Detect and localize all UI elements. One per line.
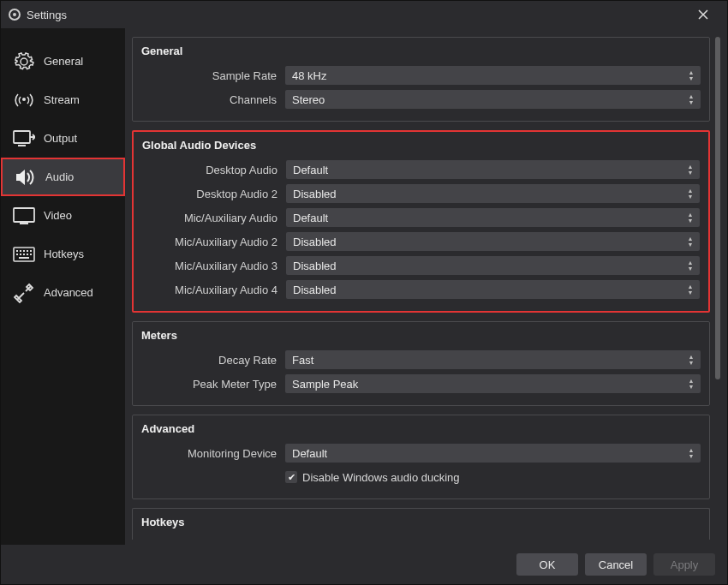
chevron-updown-icon: ▲▼	[684, 164, 696, 176]
sidebar-item-label: Output	[44, 132, 77, 145]
sidebar-item-general[interactable]: General	[1, 42, 125, 81]
output-icon	[13, 128, 35, 150]
cancel-button[interactable]: Cancel	[585, 553, 647, 576]
svg-rect-12	[30, 250, 32, 252]
label-channels: Channels	[141, 93, 285, 106]
svg-point-1	[13, 13, 16, 16]
svg-rect-17	[30, 254, 32, 255]
svg-rect-5	[14, 208, 34, 222]
sidebar-item-stream[interactable]: Stream	[1, 81, 125, 119]
label-mic-aux-4: Mic/Auxiliary Audio 4	[142, 284, 286, 296]
scrollbar-thumb[interactable]	[715, 37, 720, 379]
section-general: General Sample Rate 48 kHz ▲▼ Channels	[132, 37, 710, 122]
sidebar-item-output[interactable]: Output	[1, 119, 125, 158]
label-mic-aux-3: Mic/Auxiliary Audio 3	[142, 260, 286, 272]
svg-rect-18	[19, 257, 29, 259]
svg-rect-11	[27, 250, 28, 252]
scrollbar[interactable]	[715, 37, 720, 540]
sidebar-item-label: Video	[44, 209, 72, 222]
section-title: Global Audio Devices	[142, 139, 700, 152]
apply-button[interactable]: Apply	[653, 553, 715, 576]
sidebar-item-hotkeys[interactable]: Hotkeys	[1, 235, 125, 273]
svg-rect-9	[20, 250, 21, 252]
sidebar-item-label: Audio	[45, 170, 74, 183]
section-meters: Meters Decay Rate Fast▲▼ Peak Meter Type…	[132, 321, 710, 406]
sidebar-item-label: General	[44, 55, 83, 68]
svg-rect-6	[20, 223, 28, 224]
combo-desktop-audio-2[interactable]: Disabled▲▼	[286, 184, 700, 203]
label-desktop-audio: Desktop Audio	[142, 164, 286, 176]
section-title: Advanced	[141, 422, 701, 435]
section-hotkeys: Hotkeys Browser Enable Push-to-mute	[132, 508, 710, 540]
label-desktop-audio-2: Desktop Audio 2	[142, 188, 286, 200]
label-disable-ducking: Disable Windows audio ducking	[302, 471, 460, 484]
app-icon	[8, 8, 21, 21]
combo-sample-rate[interactable]: 48 kHz ▲▼	[285, 66, 701, 85]
svg-rect-10	[23, 250, 25, 252]
combo-channels[interactable]: Stereo ▲▼	[285, 90, 701, 109]
combo-decay-rate[interactable]: Fast▲▼	[285, 350, 701, 369]
sidebar-item-label: Advanced	[44, 286, 93, 299]
titlebar: Settings	[1, 1, 727, 28]
svg-rect-3	[14, 131, 30, 143]
label-decay-rate: Decay Rate	[141, 354, 285, 367]
sidebar-item-audio[interactable]: Audio	[1, 158, 125, 196]
chevron-updown-icon: ▲▼	[685, 378, 697, 390]
combo-peak-meter-type[interactable]: Sample Peak▲▼	[285, 374, 701, 393]
video-icon	[13, 205, 35, 227]
chevron-updown-icon: ▲▼	[685, 354, 697, 366]
label-mic-aux: Mic/Auxiliary Audio	[142, 212, 286, 224]
label-mic-aux-2: Mic/Auxiliary Audio 2	[142, 236, 286, 248]
combo-mic-aux-3[interactable]: Disabled▲▼	[286, 256, 700, 275]
combo-mic-aux[interactable]: Default▲▼	[286, 208, 700, 227]
sidebar-item-label: Stream	[44, 93, 80, 106]
settings-window: Settings General Stream	[0, 0, 728, 585]
window-title: Settings	[27, 9, 67, 21]
svg-rect-16	[27, 254, 28, 255]
main-panel: General Sample Rate 48 kHz ▲▼ Channels	[125, 28, 727, 545]
combo-desktop-audio[interactable]: Default▲▼	[286, 160, 700, 179]
ok-button[interactable]: OK	[516, 553, 578, 576]
sidebar-item-video[interactable]: Video	[1, 196, 125, 235]
label-sample-rate: Sample Rate	[141, 69, 285, 82]
svg-rect-15	[23, 254, 25, 255]
svg-rect-14	[20, 254, 21, 255]
svg-rect-4	[18, 145, 26, 146]
svg-rect-13	[16, 254, 18, 255]
sidebar-item-label: Hotkeys	[44, 248, 84, 260]
label-peak-meter-type: Peak Meter Type	[141, 378, 285, 391]
chevron-updown-icon: ▲▼	[685, 447, 697, 459]
tools-icon	[13, 282, 35, 304]
footer: OK Cancel Apply	[1, 545, 727, 584]
chevron-updown-icon: ▲▼	[684, 284, 696, 295]
section-advanced: Advanced Monitoring Device Default▲▼ ✔ D…	[132, 415, 710, 499]
checkbox-disable-ducking[interactable]: ✔	[285, 471, 297, 483]
keyboard-icon	[13, 243, 35, 266]
svg-rect-8	[16, 250, 18, 252]
combo-mic-aux-2[interactable]: Disabled▲▼	[286, 232, 700, 251]
stream-icon	[13, 89, 35, 111]
sidebar: General Stream Output Audio	[1, 28, 125, 545]
speaker-icon	[15, 166, 37, 188]
combo-mic-aux-4[interactable]: Disabled▲▼	[286, 280, 700, 299]
section-title: Hotkeys	[141, 516, 701, 528]
section-title: Meters	[141, 329, 701, 342]
chevron-updown-icon: ▲▼	[684, 212, 696, 224]
svg-point-2	[22, 98, 26, 101]
section-title: General	[141, 45, 701, 57]
chevron-updown-icon: ▲▼	[685, 69, 697, 81]
gear-icon	[13, 51, 35, 73]
combo-monitoring-device[interactable]: Default▲▼	[285, 444, 701, 463]
chevron-updown-icon: ▲▼	[685, 93, 697, 105]
sidebar-item-advanced[interactable]: Advanced	[1, 273, 125, 312]
chevron-updown-icon: ▲▼	[684, 260, 696, 272]
chevron-updown-icon: ▲▼	[684, 236, 696, 248]
section-global-audio: Global Audio Devices Desktop Audio Defau…	[132, 130, 710, 313]
label-monitoring-device: Monitoring Device	[141, 447, 285, 460]
chevron-updown-icon: ▲▼	[684, 188, 696, 200]
close-button[interactable]	[686, 3, 720, 27]
